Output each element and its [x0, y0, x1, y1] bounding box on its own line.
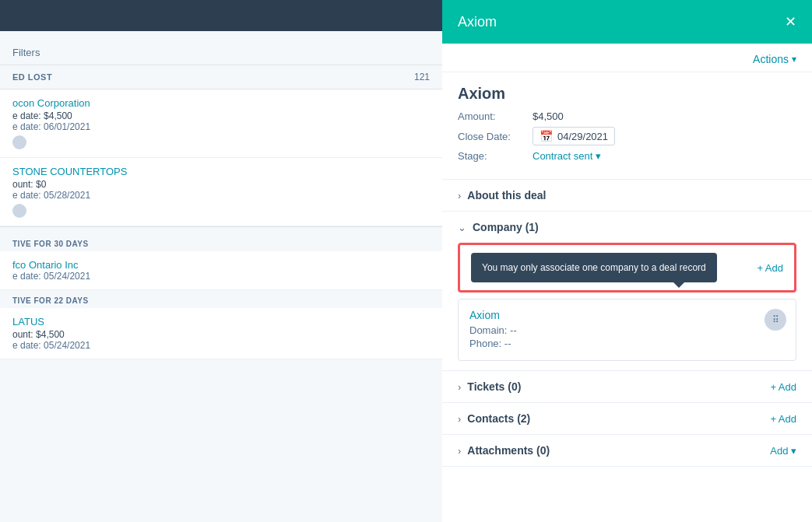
deal-amount: ount: $0	[12, 179, 430, 190]
left-panel: Filters ED LOST 121 ocon Corporation e d…	[0, 0, 442, 522]
amount-label: Amount:	[458, 110, 528, 122]
accordion-left: › Contacts (2)	[458, 412, 530, 425]
contacts-accordion-header[interactable]: › Contacts (2) + Add	[442, 403, 812, 434]
deal-main-title: Axiom	[458, 85, 796, 103]
close-button[interactable]: ✕	[785, 15, 796, 29]
contacts-section: › Contacts (2) + Add	[442, 403, 812, 435]
company-phone-field: Phone: --	[469, 338, 785, 349]
tickets-accordion-header[interactable]: › Tickets (0) + Add	[442, 371, 812, 402]
about-chevron: ›	[458, 190, 461, 201]
tickets-label: Tickets (0)	[467, 380, 521, 393]
attachments-add-button[interactable]: Add ▾	[770, 445, 796, 457]
actions-button[interactable]: Actions	[753, 53, 796, 65]
attachments-label: Attachments (0)	[467, 444, 550, 457]
deal-info-section: Axiom Amount: $4,500 Close Date: 📅 04/29…	[442, 72, 812, 180]
close-date-field: Close Date: 📅 04/29/2021	[458, 127, 796, 145]
company-card: ⠿ Axiom Domain: -- Phone: --	[458, 299, 796, 361]
actions-bar: Actions	[442, 44, 812, 72]
tickets-add-button[interactable]: + Add	[770, 381, 796, 393]
filters-bar: Filters	[0, 40, 442, 65]
date-input[interactable]: 📅 04/29/2021	[533, 127, 615, 145]
company-domain-field: Domain: --	[469, 324, 785, 336]
accordion-left: › About this deal	[458, 189, 546, 201]
accordion-left: › Tickets (0)	[458, 380, 521, 393]
tooltip-container: You may only associate one company to a …	[458, 243, 796, 293]
deal-amount: ount: $4,500	[12, 329, 430, 340]
tooltip-red-border: You may only associate one company to a …	[458, 243, 796, 293]
column-header-count: 121	[414, 72, 430, 82]
closed-lost-column: ED LOST 121 ocon Corporation e date: $4,…	[0, 65, 442, 227]
column-header-closed-lost: ED LOST 121	[0, 65, 442, 89]
date-value: 04/29/2021	[557, 131, 608, 142]
tooltip-box: You may only associate one company to a …	[471, 253, 717, 282]
company-add-button[interactable]: + Add	[757, 262, 783, 274]
company-section: ⌄ Company (1) You may only associate one…	[442, 212, 812, 371]
panel-header: Axiom ✕	[442, 0, 812, 44]
deal-name[interactable]: STONE COUNTERTOPS	[12, 166, 430, 177]
panel-title: Axiom	[458, 14, 497, 30]
company-label: Company (1)	[473, 221, 539, 233]
stage-label: Stage:	[458, 150, 528, 162]
attachments-section: › Attachments (0) Add ▾	[442, 435, 812, 467]
deal-card: fco Ontario Inc e date: 05/24/2021	[0, 251, 442, 290]
filters-button[interactable]: Filters	[12, 47, 40, 58]
tooltip-text: You may only associate one company to a …	[482, 262, 706, 273]
deal-date: e date: 06/01/2021	[12, 121, 430, 132]
deal-avatar	[12, 204, 26, 218]
company-accordion-header[interactable]: ⌄ Company (1)	[442, 212, 812, 243]
top-bar	[0, 0, 442, 31]
tickets-section: › Tickets (0) + Add	[442, 371, 812, 403]
contacts-chevron: ›	[458, 413, 461, 425]
right-panel: Axiom ✕ Actions Axiom Amount: $4,500 Clo…	[442, 0, 812, 522]
stage-value[interactable]: Contract sent ▾	[533, 150, 601, 162]
attachments-accordion-header[interactable]: › Attachments (0) Add ▾	[442, 435, 812, 466]
about-label: About this deal	[467, 189, 546, 201]
amount-value: $4,500	[533, 110, 564, 122]
amount-field: Amount: $4,500	[458, 110, 796, 122]
left-content: Filters ED LOST 121 ocon Corporation e d…	[0, 31, 442, 359]
deal-name[interactable]: fco Ontario Inc	[12, 259, 430, 271]
close-date-label: Close Date:	[458, 131, 528, 142]
contacts-add-button[interactable]: + Add	[770, 413, 796, 425]
about-accordion-header[interactable]: › About this deal	[442, 180, 812, 211]
attachments-chevron: ›	[458, 445, 461, 457]
accordion-left: › Attachments (0)	[458, 444, 550, 457]
deal-card: STONE COUNTERTOPS ount: $0 e date: 05/28…	[0, 158, 442, 226]
company-chevron: ⌄	[458, 222, 466, 233]
deal-name[interactable]: ocon Corporation	[12, 97, 430, 109]
section-label-30: TIVE FOR 30 DAYS	[0, 233, 442, 251]
deal-date: e date: 05/24/2021	[12, 340, 430, 351]
deal-card: ocon Corporation e date: $4,500 e date: …	[0, 89, 442, 158]
deal-avatar	[12, 135, 26, 149]
deal-name[interactable]: LATUS	[12, 316, 430, 328]
column-header-label: ED LOST	[12, 72, 52, 82]
deal-date: e date: 05/28/2021	[12, 190, 430, 201]
tooltip-arrow	[673, 282, 684, 288]
deal-amount: e date: $4,500	[12, 110, 430, 121]
about-section: › About this deal	[442, 180, 812, 212]
stage-field: Stage: Contract sent ▾	[458, 150, 796, 162]
section-label-22: TIVE FOR 22 DAYS	[0, 290, 442, 308]
accordion-left: ⌄ Company (1)	[458, 221, 539, 233]
tickets-chevron: ›	[458, 381, 461, 393]
contacts-label: Contacts (2)	[467, 412, 530, 425]
deal-card: LATUS ount: $4,500 e date: 05/24/2021	[0, 308, 442, 359]
company-body: You may only associate one company to a …	[442, 243, 812, 370]
calendar-icon: 📅	[540, 130, 553, 142]
deal-date: e date: 05/24/2021	[12, 271, 430, 282]
company-card-name[interactable]: Axiom	[469, 309, 785, 321]
company-card-icon: ⠿	[765, 309, 786, 331]
